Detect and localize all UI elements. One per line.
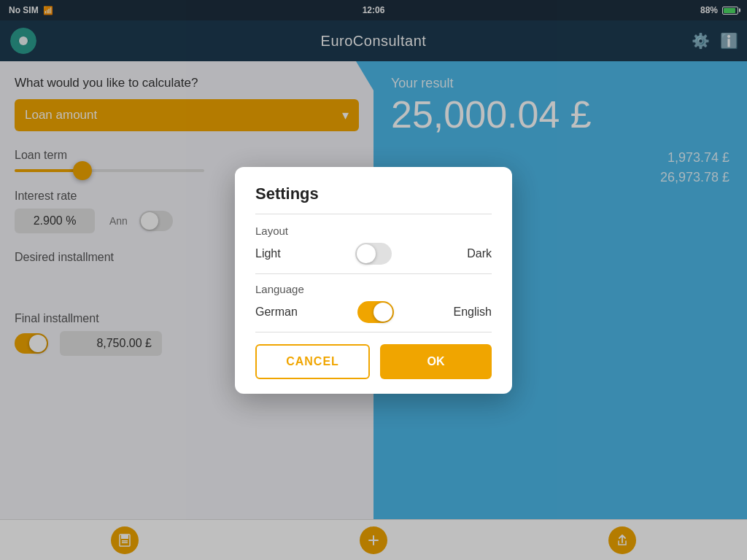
language-german-label: German [255,306,298,319]
settings-modal: Settings Layout Light Dark Language Germ… [235,167,512,394]
ok-button[interactable]: OK [380,344,492,379]
language-toggle-knob [374,303,392,322]
layout-dark-label: Dark [467,247,492,260]
modal-bottom-divider [255,332,492,332]
layout-light-label: Light [255,247,281,260]
language-toggle[interactable] [357,301,394,323]
language-setting-row: German English [255,301,492,323]
layout-toggle-knob [357,244,376,263]
modal-divider-top [255,214,492,214]
modal-buttons: CANCEL OK [255,344,492,379]
layout-setting-row: Light Dark [255,243,492,265]
layout-section-label: Layout [255,225,492,237]
modal-title: Settings [255,184,492,203]
cancel-button[interactable]: CANCEL [255,344,370,379]
language-english-label: English [454,306,492,319]
modal-overlay[interactable]: Settings Layout Light Dark Language Germ… [0,0,747,560]
modal-section-divider [255,273,492,274]
language-section-label: Language [255,283,492,295]
layout-toggle[interactable] [355,243,392,265]
